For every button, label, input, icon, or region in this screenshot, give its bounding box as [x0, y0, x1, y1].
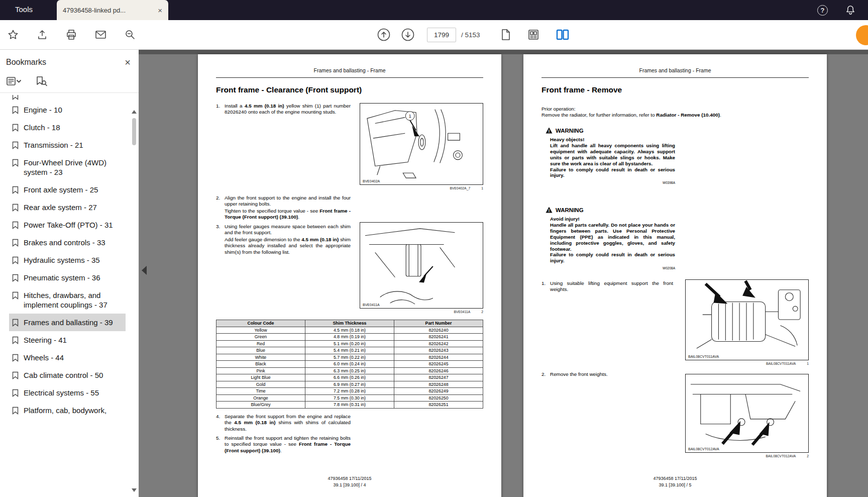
two-page-view-icon[interactable]: [556, 29, 570, 41]
sidebar-item-cab-climate[interactable]: Cab climate control - 50: [9, 366, 126, 384]
print-icon[interactable]: [65, 29, 77, 41]
warning-title: WARNING: [556, 128, 584, 134]
warning-text: Lift and handle all heavy components usi…: [550, 143, 675, 167]
sidebar-item-hitches[interactable]: Hitches, drawbars, and implement couplin…: [9, 286, 126, 314]
header-rule: [216, 77, 483, 78]
sidebar-item-electrical[interactable]: Electrical systems - 55: [9, 384, 126, 402]
page-total-label: / 5153: [461, 31, 480, 39]
table-row: White5.7 mm (0.22 in)82026244: [216, 354, 483, 361]
scrollbar-thumb[interactable]: [132, 118, 136, 145]
table-cell: 82026249: [394, 388, 483, 395]
sidebar-item-platform[interactable]: Platform, cab, bodywork,: [9, 402, 126, 419]
notifications-bell-icon[interactable]: [845, 5, 856, 16]
figure-caption: BAIL08CVT011AVA 1: [685, 362, 809, 365]
scroll-down-icon[interactable]: [132, 488, 137, 492]
tools-menu[interactable]: Tools: [15, 5, 33, 14]
bookmark-options-icon[interactable]: [6, 76, 21, 86]
page-footer: 47936458 17/11/2015 39.1 [39.100] / 4: [198, 475, 501, 488]
scroll-up-icon[interactable]: [132, 110, 137, 114]
sidebar-item-label: Wheels - 44: [24, 353, 64, 362]
section-title: Front frame - Remove: [541, 85, 622, 94]
page-thumbnails-icon[interactable]: [527, 29, 539, 41]
document-viewport[interactable]: Frames and ballasting - Frame Front fram…: [139, 50, 868, 497]
toolbar-left-group: [7, 20, 136, 49]
sidebar-item-label: Steering - 41: [24, 335, 67, 345]
sidebar-item-engine[interactable]: Engine - 10: [9, 101, 126, 119]
sidebar-item-hydraulic[interactable]: Hydraulic systems - 35: [9, 251, 126, 269]
table-cell: 82026248: [394, 381, 483, 388]
table-row: Blue/Grey7.8 mm (0.31 in)82026251: [216, 402, 483, 409]
search-icon[interactable]: [124, 29, 136, 41]
next-page-icon[interactable]: [401, 28, 415, 42]
table-cell: 5.7 mm (0.22 in): [305, 354, 394, 361]
table-cell: Light Blue: [216, 374, 305, 381]
figure-code: BAIL08CVT011AVA: [687, 355, 720, 358]
table-cell: 7.8 mm (0.31 in): [305, 402, 394, 409]
figure-caption: BVE0402A_7 1: [360, 186, 483, 190]
table-cell: 4.5 mm (0.18 in): [305, 327, 394, 334]
figure-code: BVE0402A: [362, 179, 381, 183]
sidebar-item-wheels[interactable]: Wheels - 44: [9, 349, 126, 366]
find-bookmark-icon[interactable]: [35, 76, 47, 86]
sidebar-item-clutch[interactable]: Clutch - 18: [9, 119, 126, 136]
table-cell: 6.6 mm (0.26 in): [305, 374, 394, 381]
warning-failure-text: Failure to comply could result in death …: [550, 252, 675, 264]
step-number: 5.: [216, 435, 225, 454]
step-text: Separate the front support from the engi…: [225, 414, 351, 432]
figure-caption-code: BVE0411A: [454, 310, 470, 314]
floating-action-button[interactable]: [856, 25, 868, 45]
favorite-star-icon[interactable]: [7, 29, 19, 41]
table-header-row: Colour Code Shim Thickness Part Number: [216, 320, 483, 327]
browser-titlebar: Tools 47936458-linked pd... × ?: [0, 0, 868, 20]
collapse-sidebar-icon[interactable]: [142, 266, 147, 275]
sidebar-item-pto[interactable]: Power Take-Off (PTO) - 31: [9, 216, 126, 234]
sidebar-item-label: Four-Wheel Drive (4WD) system - 23: [24, 158, 123, 177]
previous-page-icon[interactable]: [377, 28, 391, 42]
bookmarks-scrollbar[interactable]: [131, 110, 137, 492]
table-cell: 6.9 mm (0.27 in): [305, 381, 394, 388]
procedure-step: 4. Separate the front support from the e…: [216, 414, 351, 433]
help-icon[interactable]: ?: [817, 5, 828, 16]
step-number: 3.: [216, 224, 225, 256]
tab-close-icon[interactable]: ×: [158, 6, 162, 15]
sidebar-item-rear-axle[interactable]: Rear axle system - 27: [9, 198, 126, 216]
figure-caption-number: 2: [481, 310, 483, 314]
sidebar-item-pneumatic[interactable]: Pneumatic system - 36: [9, 269, 126, 286]
email-icon[interactable]: [94, 29, 107, 41]
table-cell: Orange: [216, 394, 305, 402]
table-cell: Green: [216, 334, 305, 341]
procedure-step: 1. Install a 4.5 mm (0.18 in) yellow shi…: [216, 103, 351, 116]
sidebar-item-label: Engine - 10: [24, 105, 62, 115]
sidebar-item-brakes[interactable]: Brakes and controls - 33: [9, 234, 126, 251]
footer-page-reference: 39.1 [39.100] / 4: [198, 482, 501, 488]
step-text: Add feeler gauge dimension to the 4.5 mm…: [225, 237, 351, 255]
sidebar-item-front-axle[interactable]: Front axle system - 25: [9, 181, 126, 198]
sidebar-item-4wd-system[interactable]: Four-Wheel Drive (4WD) system - 23: [9, 154, 126, 181]
table-cell: 7.5 mm (0.30 in): [305, 394, 394, 402]
table-cell: Blue/Grey: [216, 402, 305, 409]
sidebar-item-label: Pneumatic system - 36: [24, 273, 100, 282]
warning-block: ! WARNING Heavy objects! Lift and handle…: [546, 127, 675, 186]
column-header: Part Number: [394, 320, 483, 327]
warning-block: ! WARNING Avoid injury! Handle all parts…: [546, 207, 675, 271]
page-number-input[interactable]: [427, 28, 456, 42]
upload-icon[interactable]: [36, 29, 48, 41]
shim-table: Colour Code Shim Thickness Part Number Y…: [216, 320, 483, 409]
sidebar-item-steering[interactable]: Steering - 41: [9, 331, 126, 349]
bookmarks-close-icon[interactable]: ×: [125, 58, 131, 66]
sidebar-item-frames-ballasting[interactable]: Frames and ballasting - 39: [9, 314, 126, 331]
warning-code: W0398A: [550, 180, 675, 186]
titlebar-actions: ?: [817, 0, 856, 20]
figure-code: BAIL08CVT012AVA: [687, 447, 720, 451]
sidebar-item-partial[interactable]: [9, 95, 126, 101]
sidebar-item-label: Hydraulic systems - 35: [24, 255, 100, 265]
table-row: Black6.0 mm (0.24 in)82026245: [216, 361, 483, 368]
footer-doc-number: 47936458 17/11/2015: [198, 475, 501, 482]
single-page-view-icon[interactable]: [500, 29, 511, 41]
sidebar-item-transmission[interactable]: Transmission - 21: [9, 136, 126, 154]
step-text: Reinstall the front support and tighten …: [225, 435, 351, 454]
figure-remove-weights: BAIL08CVT012AVA: [685, 374, 809, 453]
procedure-step: 1. Using suitable lifting equipment supp…: [541, 280, 673, 293]
document-tab[interactable]: 47936458-linked pd... ×: [57, 0, 168, 20]
step-text: Using feeler gauges measure space betwee…: [225, 224, 351, 236]
